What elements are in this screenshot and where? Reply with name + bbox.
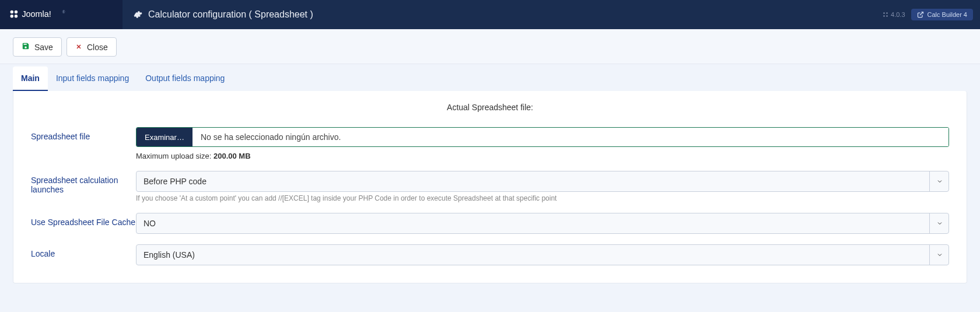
svg-point-7 (886, 12, 888, 14)
svg-point-9 (886, 15, 888, 17)
joomla-version: 4.0.3 (883, 11, 905, 18)
select-use-cache[interactable]: NO (136, 213, 949, 234)
close-button[interactable]: Close (66, 37, 117, 57)
row-calc-launches: Spreadsheet calculation launches Before … (31, 171, 949, 202)
svg-point-8 (883, 15, 885, 17)
select-locale[interactable]: English (USA) (136, 244, 949, 265)
save-icon (22, 42, 30, 52)
label-spreadsheet-file: Spreadsheet file (31, 127, 136, 141)
gear-icon (133, 10, 142, 19)
external-link-icon (917, 11, 924, 18)
brand-block[interactable]: Joomla! ® (0, 0, 123, 29)
save-button[interactable]: Save (13, 37, 62, 57)
close-icon (75, 43, 82, 52)
main-panel: Actual Spreadsheet file: Spreadsheet fil… (13, 91, 967, 283)
select-calc-launches[interactable]: Before PHP code (136, 171, 949, 192)
label-calc-launches: Spreadsheet calculation launches (31, 171, 136, 194)
app-header: Joomla! ® Calculator configuration ( Spr… (0, 0, 980, 29)
file-selected-text: No se ha seleccionado ningún archivo. (192, 128, 949, 146)
tabs: Main Input fields mapping Output fields … (13, 66, 967, 91)
joomla-logo: Joomla! ® (8, 8, 71, 21)
label-locale: Locale (31, 244, 136, 258)
help-calc-launches: If you choose 'At a custom point' you ca… (136, 194, 949, 202)
toolbar: Save Close (0, 29, 980, 64)
label-use-cache: Use Spreadsheet File Cache (31, 213, 136, 227)
row-locale: Locale English (USA) (31, 244, 949, 265)
svg-point-1 (15, 10, 18, 13)
svg-point-0 (10, 10, 13, 13)
upload-hint: Maximum upload size: 200.00 MB (136, 152, 949, 160)
content: Main Input fields mapping Output fields … (0, 66, 980, 296)
svg-text:Joomla!: Joomla! (22, 10, 51, 19)
header-right: 4.0.3 Calc Builder 4 (883, 9, 980, 20)
svg-text:®: ® (62, 10, 65, 14)
actual-file-label: Actual Spreadsheet file: (31, 103, 949, 112)
page-title: Calculator configuration ( Spreadsheet ) (148, 9, 313, 20)
calc-builder-badge[interactable]: Calc Builder 4 (911, 9, 973, 20)
svg-point-2 (10, 15, 13, 17)
tab-main[interactable]: Main (13, 66, 48, 91)
tab-output-mapping[interactable]: Output fields mapping (137, 66, 233, 91)
svg-point-3 (15, 15, 18, 17)
row-spreadsheet-file: Spreadsheet file Examinar… No se ha sele… (31, 127, 949, 160)
tab-input-mapping[interactable]: Input fields mapping (48, 66, 137, 91)
page-title-block: Calculator configuration ( Spreadsheet ) (123, 9, 883, 20)
row-use-cache: Use Spreadsheet File Cache NO (31, 213, 949, 234)
file-input[interactable]: Examinar… No se ha seleccionado ningún a… (136, 127, 949, 147)
browse-button[interactable]: Examinar… (136, 128, 192, 146)
svg-point-6 (883, 12, 885, 14)
